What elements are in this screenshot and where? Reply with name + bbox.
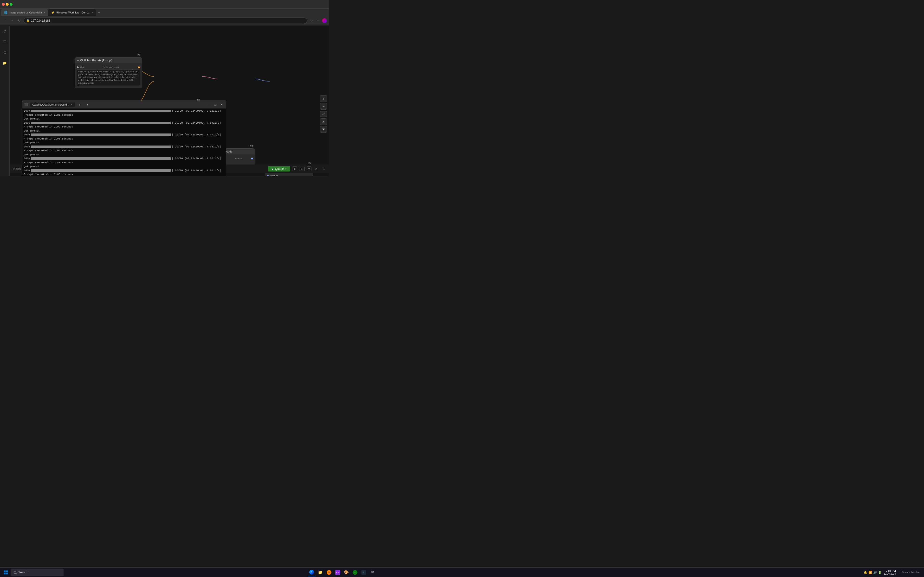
terminal-progress-line: 100%| 20/20 [00:02<00:00, 8.06it/s]	[24, 156, 224, 161]
queue-label: Queue	[275, 167, 284, 171]
clip-node-1-header: CLIP Text Encode (Prompt)	[75, 58, 142, 63]
terminal-minimize-btn[interactable]: ─	[207, 102, 211, 107]
terminal-text-line: got prompt	[24, 117, 224, 121]
back-btn[interactable]: ←	[2, 18, 8, 24]
terminal-text-line: Prompt executed in 2.92 seconds	[24, 125, 224, 129]
minimize-window-btn[interactable]	[6, 3, 9, 6]
queue-button[interactable]: ▶ Queue ▾	[268, 166, 290, 171]
tab-bar: 🌐 Image posted by Cyberdelia ✕ ⚡ *Unsave…	[0, 9, 329, 16]
terminal-tab[interactable]: C:\WINDOWS\system32\cmd... ✕	[30, 102, 75, 107]
terminal-text-line: got prompt	[24, 141, 224, 145]
terminal-text-line: got prompt	[24, 153, 224, 157]
terminal-add-tab-btn[interactable]: +	[77, 102, 82, 108]
profile-avatar[interactable]	[322, 18, 327, 23]
terminal-tab-label: C:\WINDOWS\system32\cmd...	[32, 103, 69, 106]
tab2-title: *Unsaved Workflow - ComfyUI	[56, 11, 90, 14]
terminal-progress-line: 100%| 20/20 [00:02<00:00, 7.68it/s]	[24, 145, 224, 149]
close-window-btn[interactable]	[2, 3, 5, 6]
conditioning-out-port	[138, 66, 140, 68]
terminal-text-line: Prompt executed in 2.92 seconds	[24, 149, 224, 153]
navigate-btn[interactable]: ➤	[320, 118, 327, 125]
queue-play-icon: ▶	[272, 168, 274, 170]
tab1-title: Image posted by Cyberdelia	[9, 11, 42, 14]
browser-actions: ☆ ⋯	[309, 18, 327, 24]
queue-dropdown-icon: ▾	[285, 168, 286, 170]
terminal-text-line: got prompt	[24, 129, 224, 133]
clip-in-port	[77, 66, 79, 68]
images-label: images	[270, 175, 278, 176]
tab-2[interactable]: ⚡ *Unsaved Workflow - ComfyUI ✕	[48, 9, 96, 16]
browser-chrome	[0, 0, 329, 9]
terminal-controls: ─ □ ✕	[207, 102, 224, 107]
sidebar-history-icon[interactable]: ⏱	[2, 28, 8, 35]
queue-next-btn[interactable]: ▼	[307, 166, 312, 171]
visibility-btn[interactable]: 👁	[320, 126, 327, 133]
terminal-window: ⬛ C:\WINDOWS\system32\cmd... ✕ + ▾ ─ □ ✕…	[22, 100, 226, 176]
image-out-port	[251, 158, 253, 160]
sidebar-models-icon[interactable]: ⬡	[2, 49, 8, 56]
conditioning-out-label: CONDITIONING	[103, 66, 119, 69]
terminal-tab-close-btn[interactable]: ✕	[71, 103, 73, 106]
clip-node-1: #6 CLIP Text Encode (Prompt) clip CONDIT…	[74, 57, 142, 88]
url-text: 127.0.0.1:8188	[31, 19, 50, 23]
forward-btn[interactable]: →	[9, 18, 15, 24]
terminal-text-line: Prompt executed in 2.81 seconds	[24, 113, 224, 117]
lock-icon: 🔒	[26, 19, 30, 22]
more-btn[interactable]: ⋯	[315, 18, 321, 24]
reload-btn[interactable]: ↻	[16, 18, 22, 24]
terminal-progress-line: 100%| 20/20 [00:02<00:00, 8.00it/s]	[24, 169, 224, 173]
terminal-dropdown-btn[interactable]: ▾	[84, 102, 90, 108]
tab-1[interactable]: 🌐 Image posted by Cyberdelia ✕	[1, 9, 48, 16]
queue-prev-btn[interactable]: ▲	[292, 166, 297, 171]
fit-view-btn[interactable]: ⤢	[320, 111, 327, 118]
clip-node-1-prompt[interactable]: score_9_up, score_8_up, score_7_up, abst…	[77, 69, 140, 86]
tab1-favicon: 🌐	[4, 11, 8, 14]
tab2-close-btn[interactable]: ✕	[91, 11, 93, 14]
clip-in-label: clip	[80, 66, 84, 69]
zoom-in-btn[interactable]: +	[320, 95, 327, 102]
left-sidebar: ⏱ ☰ ⬡ 📁	[0, 26, 10, 176]
image-out-label: IMAGE	[235, 157, 242, 160]
sidebar-files-icon[interactable]: 📁	[2, 60, 8, 66]
favorites-btn[interactable]: ☆	[309, 18, 314, 24]
queue-cancel-btn[interactable]: ✕	[313, 166, 319, 172]
clip-node-1-title: CLIP Text Encode (Prompt)	[80, 59, 112, 62]
terminal-titlebar: ⬛ C:\WINDOWS\system32\cmd... ✕ + ▾ ─ □ ✕	[22, 101, 226, 108]
tab2-favicon: ⚡	[51, 11, 55, 14]
terminal-body[interactable]: 100%| 20/20 [00:02<00:00, 7.66it/s]Promp…	[22, 108, 226, 176]
maximize-window-btn[interactable]	[10, 3, 13, 6]
queue-clear-btn[interactable]: □	[321, 166, 327, 172]
terminal-progress-line: 100%| 20/20 [00:02<00:00, 8.01it/s]	[24, 109, 224, 113]
clip-node-1-dot	[77, 60, 79, 61]
save-images-port: images	[267, 175, 311, 176]
queue-count: 1	[299, 167, 305, 171]
canvas-area[interactable]: #6 CLIP Text Encode (Prompt) clip CONDIT…	[10, 26, 329, 176]
terminal-progress-line: 100%| 20/20 [00:02<00:00, 7.64it/s]	[24, 121, 224, 125]
tab1-close-btn[interactable]: ✕	[43, 11, 45, 14]
terminal-text-line: Prompt executed in 2.80 seconds	[24, 161, 224, 165]
right-controls: + − ⤢ ➤ 👁	[320, 95, 327, 133]
terminal-text-line: Prompt executed in 2.95 seconds	[24, 137, 224, 141]
address-bar[interactable]: 🔒 127.0.0.1:8188	[24, 18, 307, 24]
terminal-close-btn[interactable]: ✕	[219, 102, 224, 107]
clip-node-1-body: clip CONDITIONING score_9_up, score_8_up…	[75, 63, 142, 88]
node-id-8: #8	[250, 144, 253, 147]
terminal-text-line: got prompt	[24, 164, 224, 169]
window-controls[interactable]	[2, 3, 13, 6]
new-tab-btn[interactable]: +	[96, 10, 102, 15]
terminal-progress-line: 100%| 20/20 [00:02<00:00, 7.67it/s]	[24, 133, 224, 137]
terminal-text-line: Prompt executed in 2.83 seconds	[24, 172, 224, 176]
zoom-out-btn[interactable]: −	[320, 103, 327, 110]
sidebar-nodes-icon[interactable]: ☰	[2, 39, 8, 45]
address-bar-row: ← → ↻ 🔒 127.0.0.1:8188 ☆ ⋯	[0, 16, 329, 25]
terminal-icon: ⬛	[24, 103, 28, 106]
images-in-port	[267, 175, 269, 176]
terminal-maximize-btn[interactable]: □	[213, 102, 217, 107]
clip-node-1-port-clip: clip CONDITIONING	[77, 66, 140, 69]
node-id-6: #6	[137, 53, 140, 56]
